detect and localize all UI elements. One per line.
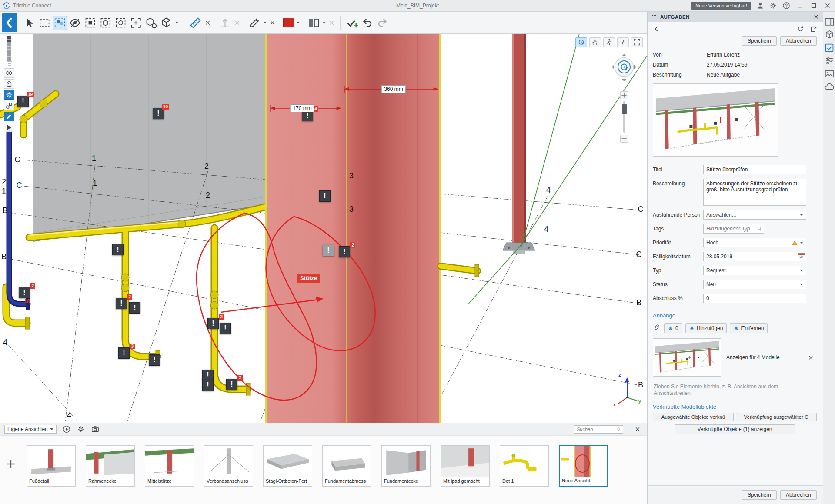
due-date-input[interactable]: [703, 252, 806, 261]
title-input[interactable]: [703, 165, 806, 174]
clear-tool-icon[interactable]: [269, 19, 276, 27]
tags-input[interactable]: [703, 224, 764, 234]
close-window-button[interactable]: [823, 2, 832, 10]
chevron-down-icon[interactable]: [321, 17, 327, 28]
description-textarea[interactable]: Abmessungen der Stütze erscheinen zu gro…: [703, 179, 806, 206]
cloud-icon[interactable]: [824, 81, 835, 93]
fullscreen-icon[interactable]: [631, 37, 643, 47]
split-view-tool[interactable]: [307, 16, 321, 30]
orbit-right-icon[interactable]: [634, 65, 638, 69]
issue-marker[interactable]: !3: [118, 347, 130, 359]
issue-marker[interactable]: !19: [17, 96, 29, 107]
help-icon[interactable]: [782, 1, 791, 10]
issue-marker[interactable]: !4: [302, 110, 313, 121]
assignee-select[interactable]: Auswählen...: [703, 210, 806, 220]
issue-marker[interactable]: !2: [19, 287, 30, 298]
view-thumbnail-fussdetail[interactable]: Fußdetail: [27, 445, 76, 487]
zoom-out-button[interactable]: [620, 135, 628, 143]
view-thumbnail-mitipad[interactable]: Mit ipad gemacht: [441, 445, 490, 487]
measure-level-tool[interactable]: [218, 16, 232, 30]
link-icon[interactable]: [4, 101, 14, 110]
view-thumbnail-neueansicht[interactable]: Neue Ansicht: [559, 445, 608, 487]
panel-toggle-icon[interactable]: [824, 16, 835, 27]
status-select[interactable]: Neu: [703, 280, 806, 289]
markup-icon[interactable]: [4, 112, 14, 121]
section-slider[interactable]: [6, 35, 13, 67]
model-viewport[interactable]: !19!10!4!!!2!!2!2!!2!!3!!!!2 CC11223344C…: [0, 34, 647, 423]
cancel-button-top[interactable]: Abbrechen: [780, 36, 817, 46]
model-settings-tool[interactable]: [144, 16, 158, 30]
user-icon[interactable]: [756, 1, 765, 10]
attachment-count-button[interactable]: 0: [664, 323, 682, 333]
paint-select-tool[interactable]: [53, 16, 67, 30]
orbit-ring[interactable]: [615, 57, 634, 77]
remove-attachment-icon[interactable]: [808, 354, 814, 361]
view-thumbnail-verband[interactable]: Verbandsanschluss: [204, 445, 253, 487]
look-icon[interactable]: [617, 37, 629, 47]
chevron-down-icon[interactable]: [295, 17, 301, 28]
clip-plane-tool[interactable]: [84, 16, 97, 30]
orbit-icon[interactable]: [618, 60, 631, 73]
cursor-tool[interactable]: [23, 16, 36, 30]
model-tree-icon[interactable]: [824, 29, 835, 40]
hide-objects-tool[interactable]: [68, 16, 82, 30]
gear-icon[interactable]: [4, 90, 14, 100]
view-thumbnail-fundamentecke[interactable]: Fundamentecke: [381, 445, 431, 487]
add-attachment-button[interactable]: Hinzufügen: [685, 323, 727, 333]
chevron-down-icon[interactable]: [262, 17, 268, 28]
search-input[interactable]: [574, 425, 623, 434]
issue-marker[interactable]: !10: [153, 108, 164, 119]
views-icon[interactable]: [824, 68, 835, 80]
orbit-icon[interactable]: [575, 37, 587, 47]
markup-color-swatch[interactable]: [283, 18, 294, 27]
refresh-icon[interactable]: [797, 25, 804, 33]
view-thumbnail-fundamentabmess[interactable]: Fundamentabmess: [322, 445, 371, 487]
view-thumbnail-mittelstuetze[interactable]: Mittelstütze: [145, 445, 194, 487]
orbit-up-icon[interactable]: [622, 52, 626, 56]
back-button[interactable]: [2, 13, 17, 32]
clear-tool-icon[interactable]: [204, 19, 211, 27]
remove-attachment-button[interactable]: Entfernen: [730, 323, 768, 333]
link-selected-button[interactable]: Ausgewählte Objekte verknü: [653, 413, 734, 421]
fit-view-tool[interactable]: [129, 16, 143, 30]
close-views-icon[interactable]: [634, 426, 641, 433]
views-settings-icon[interactable]: [77, 425, 85, 434]
edit-task-icon[interactable]: [810, 25, 818, 33]
eye-icon[interactable]: [4, 68, 14, 78]
redo-tool[interactable]: [376, 16, 389, 30]
issue-marker[interactable]: !: [202, 380, 214, 391]
search-icon[interactable]: [616, 427, 622, 432]
issue-marker[interactable]: !: [323, 245, 334, 256]
issue-marker[interactable]: !: [149, 354, 160, 366]
issue-marker[interactable]: !: [220, 323, 231, 334]
save-button-top[interactable]: Speichern: [742, 36, 777, 46]
calendar-icon[interactable]: 27: [798, 253, 805, 260]
section-view-tool[interactable]: [114, 16, 127, 30]
type-select[interactable]: Request: [703, 266, 806, 275]
view-thumbnail-stagl[interactable]: Stagl-Ortbeton-Fert: [263, 445, 312, 487]
zoom-slider[interactable]: [623, 101, 625, 133]
orbit-control[interactable]: [611, 51, 637, 90]
view-thumbnail-det1[interactable]: Det 1: [500, 445, 549, 487]
close-panel-icon[interactable]: [813, 13, 819, 20]
ghost-icon[interactable]: [4, 79, 14, 89]
play-views-icon[interactable]: [62, 425, 71, 434]
marquee-select-tool[interactable]: [38, 16, 51, 30]
issue-marker[interactable]: !: [112, 244, 124, 255]
filter-icon[interactable]: [824, 55, 835, 67]
zoom-slider-handle[interactable]: [622, 104, 627, 114]
pan-icon[interactable]: [589, 37, 601, 47]
completion-input[interactable]: [703, 294, 806, 303]
issue-marker[interactable]: !: [129, 302, 140, 314]
maximize-button[interactable]: [809, 2, 818, 10]
settings-gear-icon[interactable]: [769, 1, 778, 10]
create-task-tool[interactable]: [345, 16, 359, 30]
show-linked-objects-button[interactable]: Verknüpfte Objekte (1) anzeigen: [675, 424, 795, 434]
clip-box-tool[interactable]: [99, 16, 112, 30]
issue-marker[interactable]: !2: [339, 246, 350, 257]
unlink-selected-button[interactable]: Verknüpfung ausgewählter O: [736, 413, 817, 421]
attachment-thumbnail[interactable]: [653, 338, 721, 377]
issue-marker[interactable]: !2: [226, 379, 237, 390]
priority-select[interactable]: Hoch: [703, 238, 806, 247]
back-to-tasks-icon[interactable]: [653, 25, 660, 33]
